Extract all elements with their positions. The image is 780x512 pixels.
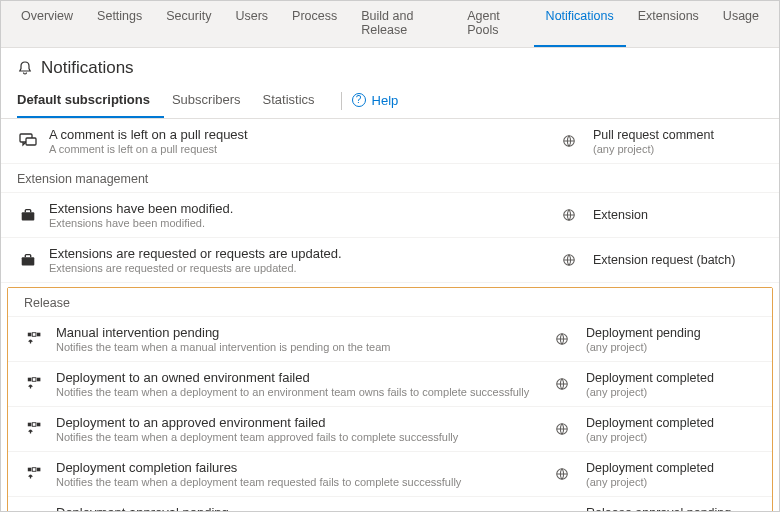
category-label: Deployment completed [586, 416, 756, 430]
subscription-row[interactable]: Deployment to an owned environment faile… [8, 362, 772, 407]
subscription-title: A comment is left on a pull request [49, 127, 545, 142]
globe-icon [562, 253, 576, 267]
tab-overview[interactable]: Overview [9, 1, 85, 47]
svg-rect-1 [26, 138, 36, 145]
deployment-icon [24, 330, 46, 348]
svg-rect-8 [32, 333, 36, 337]
section-header-extension: Extension management [1, 164, 779, 193]
page-title: Notifications [41, 58, 134, 78]
category-cell: Extension [593, 208, 763, 222]
category-scope: (any project) [586, 431, 756, 443]
subscription-desc: Extensions have been modified. [49, 217, 545, 229]
svg-rect-9 [37, 333, 41, 337]
subtab-statistics[interactable]: Statistics [263, 84, 329, 118]
tab-users[interactable]: Users [223, 1, 280, 47]
deployment-icon [24, 465, 46, 483]
subscription-title: Manual intervention pending [56, 325, 538, 340]
svg-rect-17 [37, 423, 41, 427]
section-header-release: Release [8, 288, 772, 317]
svg-rect-5 [22, 257, 35, 265]
subscription-list: A comment is left on a pull request A co… [1, 119, 779, 512]
subscription-row[interactable]: Extensions have been modified. Extension… [1, 193, 779, 238]
help-icon: ? [352, 93, 366, 107]
subscription-desc: Notifies the team when a manual interven… [56, 341, 538, 353]
svg-rect-15 [28, 423, 32, 427]
subscription-row[interactable]: Deployment to an approved environment fa… [8, 407, 772, 452]
comment-icon [17, 131, 39, 151]
subtab-default-subscriptions[interactable]: Default subscriptions [17, 84, 164, 118]
top-nav: Overview Settings Security Users Process… [1, 1, 779, 48]
svg-rect-13 [37, 378, 41, 382]
release-section-highlight: Release Manual intervention pendingNotif… [7, 287, 773, 512]
subscription-desc: Notifies the team when a deployment team… [56, 431, 538, 443]
globe-icon [555, 467, 569, 481]
help-label: Help [372, 93, 399, 108]
category-scope: (any project) [586, 476, 756, 488]
tab-settings[interactable]: Settings [85, 1, 154, 47]
briefcase-icon [17, 251, 39, 269]
subscription-text: A comment is left on a pull request A co… [49, 127, 545, 155]
category-cell: Extension request (batch) [593, 253, 763, 267]
svg-rect-3 [22, 212, 35, 220]
subscription-title: Extensions have been modified. [49, 201, 545, 216]
divider [341, 92, 342, 110]
subscription-row[interactable]: A comment is left on a pull request A co… [1, 119, 779, 164]
category-label: Deployment completed [586, 371, 756, 385]
globe-icon [555, 422, 569, 436]
svg-rect-11 [28, 378, 32, 382]
subscription-row[interactable]: Deployment approval pendingNotifies the … [8, 497, 772, 512]
tab-agent-pools[interactable]: Agent Pools [455, 1, 533, 47]
subtab-subscribers[interactable]: Subscribers [172, 84, 255, 118]
subscription-desc: Notifies the team when a deployment team… [56, 476, 538, 488]
subscription-desc: Notifies the team when a deployment to a… [56, 386, 538, 398]
globe-icon [562, 134, 576, 148]
subscription-desc: Extensions are requested or requests are… [49, 262, 545, 274]
delivery-icon-cell [555, 134, 583, 148]
svg-rect-12 [32, 378, 36, 382]
category-label: Extension [593, 208, 763, 222]
tab-extensions[interactable]: Extensions [626, 1, 711, 47]
tab-notifications[interactable]: Notifications [534, 1, 626, 47]
subscription-text: Extensions have been modified. Extension… [49, 201, 545, 229]
tab-usage[interactable]: Usage [711, 1, 771, 47]
help-link[interactable]: ? Help [352, 93, 399, 110]
deployment-icon [24, 375, 46, 393]
category-label: Deployment completed [586, 461, 756, 475]
category-cell: Pull request comment (any project) [593, 128, 763, 155]
subscription-title: Deployment to an approved environment fa… [56, 415, 538, 430]
subscription-row[interactable]: Manual intervention pendingNotifies the … [8, 317, 772, 362]
category-label: Extension request (batch) [593, 253, 763, 267]
subscription-row[interactable]: Deployment completion failuresNotifies t… [8, 452, 772, 497]
svg-rect-21 [37, 468, 41, 472]
subscription-title: Deployment approval pending [56, 505, 538, 512]
tab-security[interactable]: Security [154, 1, 223, 47]
svg-rect-20 [32, 468, 36, 472]
bell-icon [17, 60, 33, 76]
svg-rect-19 [28, 468, 32, 472]
globe-icon [555, 377, 569, 391]
category-label: Pull request comment [593, 128, 763, 142]
deployment-icon [24, 420, 46, 438]
category-scope: (any project) [586, 341, 756, 353]
svg-rect-7 [28, 333, 32, 337]
svg-rect-16 [32, 423, 36, 427]
category-label: Deployment pending [586, 326, 756, 340]
category-scope: (any project) [593, 143, 763, 155]
page-header: Notifications [1, 48, 779, 84]
globe-icon [562, 208, 576, 222]
subscription-row[interactable]: Extensions are requested or requests are… [1, 238, 779, 283]
tab-build-release[interactable]: Build and Release [349, 1, 455, 47]
globe-icon [555, 332, 569, 346]
subscription-title: Deployment to an owned environment faile… [56, 370, 538, 385]
subscription-title: Extensions are requested or requests are… [49, 246, 545, 261]
sub-nav: Default subscriptions Subscribers Statis… [1, 84, 779, 119]
tab-process[interactable]: Process [280, 1, 349, 47]
briefcase-icon [17, 206, 39, 224]
category-label: Release approval pending [586, 506, 756, 513]
subscription-text: Extensions are requested or requests are… [49, 246, 545, 274]
subscription-desc: A comment is left on a pull request [49, 143, 545, 155]
category-scope: (any project) [586, 386, 756, 398]
subscription-title: Deployment completion failures [56, 460, 538, 475]
